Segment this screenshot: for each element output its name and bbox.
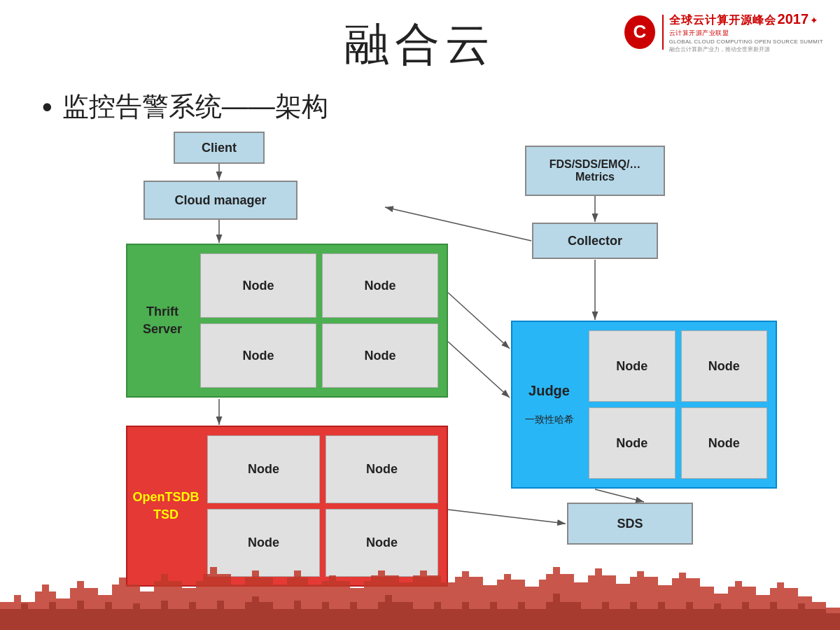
thrift-server-label: Thrift Server [127,245,197,396]
thrift-node-grid: Node Node Node Node [197,245,447,396]
great-wall-decoration [0,546,840,630]
judge-text: Judge [528,383,570,399]
great-wall-svg [0,546,840,630]
svg-line-10 [448,293,510,349]
logo-year: 2017 [778,11,809,27]
judge-node-4: Node [681,407,768,479]
logo-star-icon: ✦ [810,15,818,26]
opentsdb-node-2: Node [326,435,438,503]
logo-sub2: GLOBAL CLOUD COMPUTING OPEN SOURCE SUMMI… [669,38,823,45]
cloud-manager-box: Cloud manager [144,181,298,220]
sds-label: SDS [617,517,643,531]
bullet-line: • 监控告警系统——架构 [42,89,798,125]
fds-metrics-label: FDS/SDS/EMQ/… Metrics [550,158,641,183]
main-title: 融合云 [344,14,496,75]
thrift-node-4: Node [322,323,438,388]
bullet-section: • 监控告警系统——架构 [0,82,840,125]
thrift-server-container: Thrift Server Node Node Node Node [126,244,448,398]
header: 融合云 C 全球云计算开源峰会 2017 ✦ 云计算开源产业联盟 GLOBAL … [0,0,840,82]
fds-metrics-box: FDS/SDS/EMQ/… Metrics [525,146,665,196]
svg-line-13 [448,510,566,524]
logo-tagline: 融合云计算新产业力，推动全世界新开源 [669,46,823,53]
logo-sub1: 云计算开源产业联盟 [669,29,823,38]
client-label: Client [202,141,237,155]
svg-line-12 [595,489,644,502]
judge-node-1: Node [589,330,676,402]
architecture-diagram: Client Cloud manager FDS/SDS/EMQ/… Metri… [35,132,805,580]
collector-box: Collector [532,223,658,259]
collector-label: Collector [568,234,622,248]
cloud-manager-label: Cloud manager [174,193,266,208]
logo-divider [662,15,664,50]
logo-title-row: 全球云计算开源峰会 2017 ✦ [669,11,823,28]
judge-node-2: Node [681,330,768,402]
thrift-node-1: Node [200,253,316,318]
judge-node-grid: Node Node Node Node [586,322,776,487]
sds-box: SDS [567,503,693,545]
judge-node-3: Node [589,407,676,479]
opentsdb-node-1: Node [207,435,320,503]
hash-text: 一致性哈希 [525,413,574,427]
client-box: Client [174,132,265,164]
logo-text-block: 全球云计算开源峰会 2017 ✦ 云计算开源产业联盟 GLOBAL CLOUD … [669,11,823,53]
bullet-dot: • [42,90,52,124]
judge-label-area: Judge 一致性哈希 [512,322,586,487]
bullet-text: 监控告警系统——架构 [62,89,328,125]
judge-container: Judge 一致性哈希 Node Node Node Node [511,321,777,489]
logo-chinese-title: 全球云计算开源峰会 [669,13,776,28]
thrift-node-2: Node [322,253,438,318]
svg-text:C: C [633,21,646,42]
brand-logo-icon: C [623,14,657,50]
svg-line-8 [385,207,531,241]
logo-area: C 全球云计算开源峰会 2017 ✦ 云计算开源产业联盟 GLOBAL CLOU… [623,11,823,53]
svg-line-11 [448,342,510,398]
thrift-node-3: Node [200,323,316,388]
